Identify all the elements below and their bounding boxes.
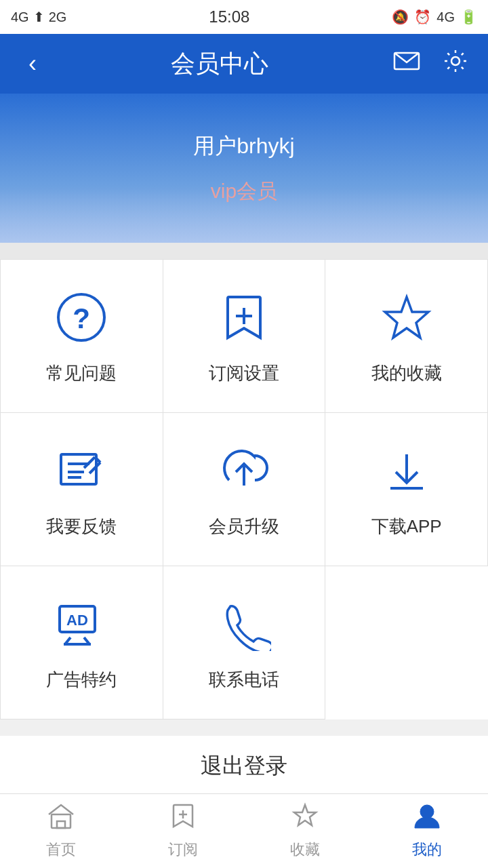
status-time: 15:08 [209, 7, 249, 26]
menu-item-subscribe[interactable]: 订阅设置 [163, 260, 326, 413]
menu-item-feedback[interactable]: 我要反馈 [1, 413, 163, 566]
question-icon: ? [51, 287, 112, 348]
menu-item-download[interactable]: 下载APP [325, 413, 488, 566]
svg-point-1 [451, 57, 460, 65]
status-bar: 4G⬆2G 15:08 🔕⏰4G🔋 [0, 0, 488, 34]
tab-home-label: 首页 [46, 840, 76, 860]
section-divider [0, 243, 488, 259]
logout-section[interactable]: 退出登录 [0, 736, 488, 797]
ad-icon: AD [51, 593, 112, 654]
svg-rect-23 [57, 821, 65, 828]
status-icons: 🔕⏰4G🔋 [392, 9, 477, 25]
download-icon [376, 440, 437, 501]
tab-mine-label: 我的 [412, 840, 442, 860]
menu-item-upgrade[interactable]: 会员升级 [163, 413, 326, 566]
menu-label-feedback: 我要反馈 [46, 515, 117, 538]
mail-icon[interactable] [390, 50, 423, 78]
status-signal: 4G⬆2G [11, 9, 66, 25]
tab-favorites[interactable]: 收藏 [244, 802, 366, 860]
edit-icon [51, 440, 112, 501]
home-icon [46, 802, 76, 835]
settings-icon[interactable] [439, 49, 472, 79]
tab-mine-icon [412, 802, 442, 835]
tab-favorites-icon [290, 802, 320, 835]
hero-banner: 用户brhykj vip会员 [0, 94, 488, 243]
menu-item-ad[interactable]: AD 广告特约 [1, 566, 163, 719]
menu-item-faq[interactable]: ? 常见问题 [1, 260, 163, 413]
tab-subscribe[interactable]: 订阅 [122, 802, 244, 860]
tab-bar: 首页 订阅 收藏 我的 [0, 793, 488, 868]
star-icon [376, 287, 437, 348]
tab-mine[interactable]: 我的 [366, 802, 488, 860]
hero-vip-label: vip会员 [211, 178, 277, 205]
menu-grid: ? 常见问题 订阅设置 我的收藏 [0, 259, 488, 719]
bookmark-plus-icon [214, 287, 274, 348]
svg-text:AD: AD [66, 612, 88, 629]
svg-text:?: ? [73, 302, 91, 334]
page-title: 会员中心 [49, 47, 390, 81]
tab-subscribe-label: 订阅 [168, 840, 198, 860]
menu-label-phone: 联系电话 [209, 668, 279, 692]
menu-item-favorites[interactable]: 我的收藏 [325, 260, 488, 413]
hero-username: 用户brhykj [193, 132, 294, 161]
menu-label-ad: 广告特约 [46, 668, 117, 692]
menu-label-faq: 常见问题 [46, 361, 117, 385]
svg-point-27 [420, 805, 434, 818]
menu-label-favorites: 我的收藏 [371, 361, 442, 385]
svg-marker-26 [294, 805, 316, 825]
back-button[interactable]: ‹ [16, 50, 49, 78]
svg-marker-6 [385, 297, 428, 338]
menu-item-phone[interactable]: 联系电话 [163, 566, 326, 719]
svg-rect-7 [61, 454, 96, 484]
menu-label-upgrade: 会员升级 [209, 515, 279, 538]
logout-label: 退出登录 [201, 751, 287, 781]
menu-label-download: 下载APP [371, 515, 442, 538]
header: ‹ 会员中心 [0, 34, 488, 94]
tab-subscribe-icon [168, 802, 198, 835]
cloud-upload-icon [214, 440, 274, 501]
tab-home[interactable]: 首页 [0, 802, 122, 860]
menu-label-subscribe: 订阅设置 [209, 361, 279, 385]
phone-icon [214, 593, 274, 654]
tab-favorites-label: 收藏 [290, 840, 320, 860]
